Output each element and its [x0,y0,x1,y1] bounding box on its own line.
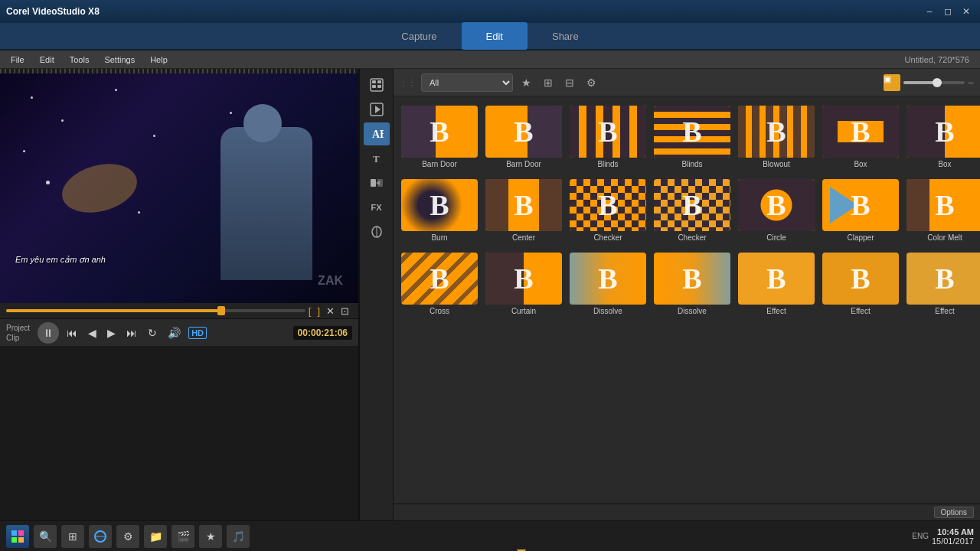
pause-button[interactable]: ⏸ [38,322,59,344]
thumbnail-icon[interactable]: ⊟ [561,74,578,91]
effect-blinds-2[interactable]: B Blinds [652,103,732,171]
zoom-slider: ▣ − [884,74,974,91]
task-app3-btn[interactable]: 🎬 [172,525,194,548]
menu-help[interactable]: Help [144,54,174,66]
view-toggle[interactable]: ▣ [884,74,900,91]
preview-canvas: Em yêu em cảm ơn anh ZAK [0,73,358,303]
effects-content: ⋮⋮ All Alpha Film Special ★ ⊞ ⊟ ⚙ ▣ [394,69,980,520]
effects-grid: B Barn Door B Barn Door B [394,96,980,504]
menu-file[interactable]: File [5,54,31,66]
effect-label-checker-1: Checker [593,233,622,242]
menu-settings[interactable]: Settings [98,54,141,66]
effect-thumb-blinds-1: B [570,106,646,158]
sidebar-transition-icon[interactable] [364,171,390,194]
scrubber-track[interactable] [6,309,305,312]
next-frame-button[interactable]: ▶ [104,325,119,341]
task-app4-btn[interactable]: ★ [199,525,222,548]
preview-area: Em yêu em cảm ơn anh ZAK [0,73,358,303]
zoom-track[interactable] [903,81,965,84]
star-decoration [46,181,50,184]
zoom-in-icon[interactable]: − [968,77,974,89]
task-view-btn[interactable]: ⊞ [61,525,84,548]
sidebar-media-icon[interactable] [364,73,390,96]
effect-thumb-curtain: B [485,253,562,305]
effect-barn-door-1[interactable]: B Barn Door [400,103,479,171]
effect-19[interactable]: B Effect [737,249,816,318]
effect-thumb-21: B [906,253,980,305]
effect-label-blinds-1: Blinds [597,160,618,168]
right-panel: AB T FX [360,69,980,520]
effect-colormelt[interactable]: B Color Melt [905,176,980,245]
effect-box-1[interactable]: B Box [821,103,900,171]
effect-21[interactable]: B Effect [905,249,980,318]
tab-edit[interactable]: Edit [462,22,528,50]
options-button[interactable]: Options [934,507,974,518]
effect-20[interactable]: B Effect [821,249,900,318]
clip-label: Clip [6,333,30,343]
tab-share[interactable]: Share [528,22,603,50]
volume-button[interactable]: 🔊 [165,325,184,341]
effect-cross[interactable]: B Cross [400,249,479,318]
effect-thumb-circle: B [738,179,815,231]
close-button[interactable]: ✕ [959,4,974,19]
sidebar-text-icon[interactable]: AB [364,122,390,145]
tab-capture[interactable]: Capture [377,22,461,50]
mark-in-icon[interactable]: [ [305,305,315,317]
scrubber-handle[interactable] [217,306,225,315]
minimize-button[interactable]: – [922,4,937,19]
star-decoration [230,112,232,114]
effect-circle[interactable]: B Circle [737,176,816,245]
effect-thumb-colormelt: B [906,179,980,231]
effect-box-2[interactable]: B Box [905,103,980,171]
restore-button[interactable]: ◻ [940,4,956,19]
view-grid-icon[interactable]: ⊞ [540,74,557,91]
favorites-icon[interactable]: ★ [518,74,535,91]
zoom-handle[interactable] [933,78,942,87]
effect-checker-2[interactable]: B Checker [652,176,732,245]
sidebar-fx-icon[interactable]: FX [364,196,390,219]
effect-dissolve-1[interactable]: B Dissolve [568,249,648,318]
effect-blinds-1[interactable]: B Blinds [568,103,648,171]
effect-curtain[interactable]: B Curtain [484,249,564,318]
menu-tools[interactable]: Tools [64,54,96,66]
scrubber-fill [6,309,221,312]
effect-burn[interactable]: B Burn [400,176,479,245]
mark-out-icon[interactable]: ] [314,305,323,317]
effect-barn-door-2[interactable]: B Barn Door [484,103,564,171]
task-app1-btn[interactable]: ⚙ [116,525,139,548]
effect-center[interactable]: B Center [484,176,564,245]
snapshot-icon[interactable]: ⊡ [338,305,352,317]
task-app2-btn[interactable]: 📁 [144,525,167,548]
scrubber-bar[interactable]: [ ] ✕ ⊡ [0,303,358,318]
goto-start-button[interactable]: ⏮ [64,325,80,341]
effect-checker-1[interactable]: B Checker [568,176,648,245]
svg-rect-1 [372,80,376,83]
start-button[interactable] [6,525,29,548]
effect-label-20: Effect [851,307,870,315]
prev-frame-button[interactable]: ◀ [85,325,100,341]
sidebar-instant-icon[interactable] [364,98,390,121]
repeat-button[interactable]: ↻ [145,325,160,341]
goto-end-button[interactable]: ⏭ [123,325,140,341]
menu-bar: File Edit Tools Settings Help Untitled, … [0,51,980,69]
settings-icon[interactable]: ⚙ [583,74,600,91]
delete-segment-icon[interactable]: ✕ [323,305,338,317]
effect-label-blowout: Blowout [763,160,790,168]
task-ie-btn[interactable] [89,525,112,548]
effect-clapper[interactable]: B Clapper [821,176,900,245]
icon-sidebar: AB T FX [360,69,394,520]
task-search-btn[interactable]: 🔍 [34,525,57,548]
effect-label-checker-2: Checker [678,233,706,242]
task-app5-btn[interactable]: 🎵 [227,525,250,548]
right-panel-inner: AB T FX [360,69,980,520]
menu-edit[interactable]: Edit [34,54,60,66]
effect-thumb-dissolve-2: B [654,253,730,305]
project-info: Untitled, 720*576 [905,55,975,64]
sidebar-title-icon[interactable]: T [364,147,390,170]
effect-blowout[interactable]: B Blowout [737,103,816,171]
effect-label-cross: Cross [430,307,449,315]
effect-dissolve-2[interactable]: B Dissolve [652,249,732,318]
filter-dropdown[interactable]: All Alpha Film Special [421,73,513,92]
sidebar-audio-icon[interactable] [364,220,390,243]
effect-thumb-clapper: B [822,179,899,231]
